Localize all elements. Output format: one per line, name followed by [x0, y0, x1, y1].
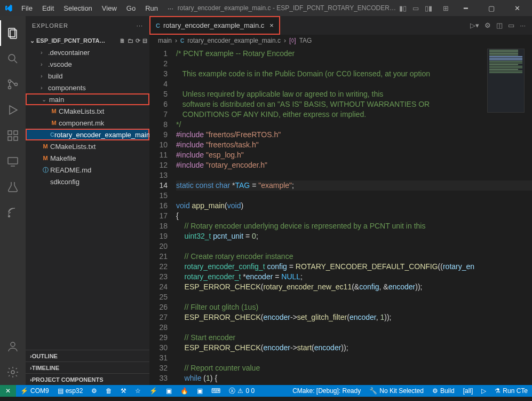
- serial-port[interactable]: ⚡COM9: [16, 385, 53, 397]
- cmake-status[interactable]: CMake: [Debug]: Ready: [288, 385, 365, 397]
- menu-selection[interactable]: Selection: [59, 2, 96, 14]
- section-timeline[interactable]: › TIMELINE: [26, 361, 149, 373]
- source-control-icon[interactable]: [0, 72, 26, 97]
- keyboard-icon[interactable]: ⌨: [207, 385, 225, 397]
- toggle-panel-icon[interactable]: ▭: [410, 3, 421, 13]
- kit-status[interactable]: 🔧No Kit Selected: [365, 385, 428, 397]
- file-cmakelists-txt[interactable]: MCMakeLists.txt: [26, 105, 149, 117]
- new-file-icon[interactable]: 🗎: [120, 37, 125, 44]
- code-editor[interactable]: 1234567891011121314151617181920212223242…: [149, 46, 532, 385]
- debug-launch-icon[interactable]: ▷: [477, 385, 490, 397]
- sdk-config-icon[interactable]: ⚙: [87, 385, 101, 397]
- symbol-icon: [◊]: [289, 37, 296, 44]
- espressif-icon[interactable]: [0, 200, 26, 225]
- menu-run[interactable]: Run: [141, 2, 162, 14]
- folder--devcontainer[interactable]: ›.devcontainer: [26, 46, 149, 58]
- build-icon[interactable]: ⚒: [116, 385, 131, 397]
- svg-point-2: [9, 54, 15, 61]
- monitor-icon[interactable]: ▣: [162, 385, 176, 397]
- code-content[interactable]: /* PCNT example -- Rotary Encoder This e…: [176, 46, 532, 385]
- flash-icon[interactable]: ⚡: [145, 385, 162, 397]
- file-makefile[interactable]: MMakefile: [26, 152, 149, 164]
- file-icon: ⓘ: [41, 166, 50, 174]
- svg-rect-10: [14, 137, 18, 140]
- sidebar-title: EXPLORER: [32, 22, 68, 29]
- menu-bar: FileEditSelectionViewGoRun···: [17, 2, 178, 14]
- chevron-icon: ›: [41, 49, 48, 56]
- tree-item-label: README.md: [50, 166, 91, 174]
- remote-indicator[interactable]: ✕: [0, 385, 16, 397]
- titlebar: FileEditSelectionViewGoRun··· rotary_enc…: [0, 0, 532, 16]
- menu-go[interactable]: Go: [122, 2, 140, 14]
- section-outline[interactable]: › OUTLINE: [26, 350, 149, 361]
- file-sdkconfig[interactable]: sdkconfig: [26, 176, 149, 187]
- errors-warnings[interactable]: ⓧ ⚠ 0 0: [225, 385, 259, 397]
- breadcrumb-file[interactable]: rotary_encoder_example_main.c: [187, 37, 281, 44]
- chevron-icon: ›: [41, 84, 48, 91]
- toggle-primary-sidebar-icon[interactable]: ▮▯: [398, 3, 408, 13]
- breadcrumb-folder[interactable]: main: [158, 37, 172, 44]
- file-cmakelists-txt[interactable]: MCMakeLists.txt: [26, 140, 149, 152]
- tab-active[interactable]: C rotary_encoder_example_main.c ×: [149, 16, 280, 35]
- chevron-right-icon: ›: [30, 353, 32, 359]
- star-icon[interactable]: ☆: [131, 385, 145, 397]
- chip-target[interactable]: ▤esp32: [53, 385, 88, 397]
- sidebar-more-icon[interactable]: ···: [137, 22, 143, 29]
- customize-layout-icon[interactable]: ⊞: [440, 3, 451, 13]
- section-project-components[interactable]: › PROJECT COMPONENTS: [26, 373, 149, 385]
- build-target[interactable]: [all]: [459, 385, 478, 397]
- editor-settings-icon[interactable]: ⚙: [485, 21, 491, 29]
- file-component-mk[interactable]: Mcomponent.mk: [26, 117, 149, 129]
- gear-icon: ⚙: [432, 387, 438, 395]
- menu-edit[interactable]: Edit: [38, 2, 58, 14]
- clean-icon[interactable]: 🗑: [101, 385, 116, 397]
- extensions-icon[interactable]: [0, 123, 26, 148]
- chip-icon: ▤: [58, 387, 63, 395]
- maximize-button[interactable]: ▢: [481, 0, 502, 16]
- menu-···[interactable]: ···: [163, 2, 178, 14]
- search-icon[interactable]: [0, 46, 26, 72]
- accounts-icon[interactable]: [0, 334, 26, 359]
- breadcrumb[interactable]: main › C rotary_encoder_example_main.c ›…: [149, 35, 532, 46]
- toggle-layout-icon[interactable]: ▭: [508, 21, 514, 29]
- folder--vscode[interactable]: ›.vscode: [26, 58, 149, 70]
- breadcrumb-symbol[interactable]: TAG: [299, 37, 312, 44]
- remote-explorer-icon[interactable]: [0, 148, 26, 174]
- tab-actions: ▷▾ ⚙ ◫ ▭ ···: [470, 21, 532, 29]
- folder-main[interactable]: ⌄main: [26, 93, 149, 105]
- close-tab-icon[interactable]: ×: [269, 21, 274, 29]
- tree-item-label: build: [48, 72, 62, 80]
- minimap[interactable]: [487, 49, 525, 113]
- run-ctest[interactable]: ⚗Run CTe: [490, 385, 532, 397]
- tree-item-label: rotary_encoder_example_main.c: [54, 131, 149, 139]
- explorer-icon[interactable]: [0, 20, 26, 46]
- folder-build[interactable]: ›build: [26, 70, 149, 82]
- build-button[interactable]: ⚙Build: [428, 385, 459, 397]
- menu-view[interactable]: View: [98, 2, 121, 14]
- folder-components[interactable]: ›components: [26, 82, 149, 93]
- file-rotary-encoder-example-main-c[interactable]: Crotary_encoder_example_main.c: [26, 129, 149, 140]
- file-readme-md[interactable]: ⓘREADME.md: [26, 164, 149, 176]
- run-debug-icon[interactable]: [0, 97, 26, 123]
- menu-file[interactable]: File: [17, 2, 37, 14]
- refresh-icon[interactable]: ⟳: [136, 37, 140, 44]
- tree-item-label: CMakeLists.txt: [50, 143, 96, 151]
- settings-gear-icon[interactable]: [0, 359, 26, 385]
- terminal-icon[interactable]: ▣: [193, 385, 207, 397]
- project-root[interactable]: ⌄ ESP_IDF_PCNT_ROTA… 🗎 🗀 ⟳ ⊟: [26, 35, 149, 46]
- file-icon: M: [49, 120, 59, 126]
- split-editor-icon[interactable]: ◫: [496, 21, 503, 29]
- c-file-icon: C: [180, 38, 184, 44]
- tree-item-label: CMakeLists.txt: [59, 107, 104, 115]
- testing-icon[interactable]: [0, 174, 26, 200]
- sidebar-header: EXPLORER ···: [26, 16, 149, 35]
- new-folder-icon[interactable]: 🗀: [128, 37, 133, 44]
- flame-icon[interactable]: 🔥: [176, 385, 193, 397]
- close-button[interactable]: ✕: [506, 0, 528, 16]
- editor-more-icon[interactable]: ···: [520, 21, 526, 29]
- file-icon: M: [49, 108, 59, 114]
- run-icon[interactable]: ▷▾: [470, 21, 479, 29]
- minimize-button[interactable]: ━: [455, 0, 477, 16]
- collapse-icon[interactable]: ⊟: [142, 37, 147, 44]
- toggle-secondary-sidebar-icon[interactable]: ▯▮: [423, 3, 434, 13]
